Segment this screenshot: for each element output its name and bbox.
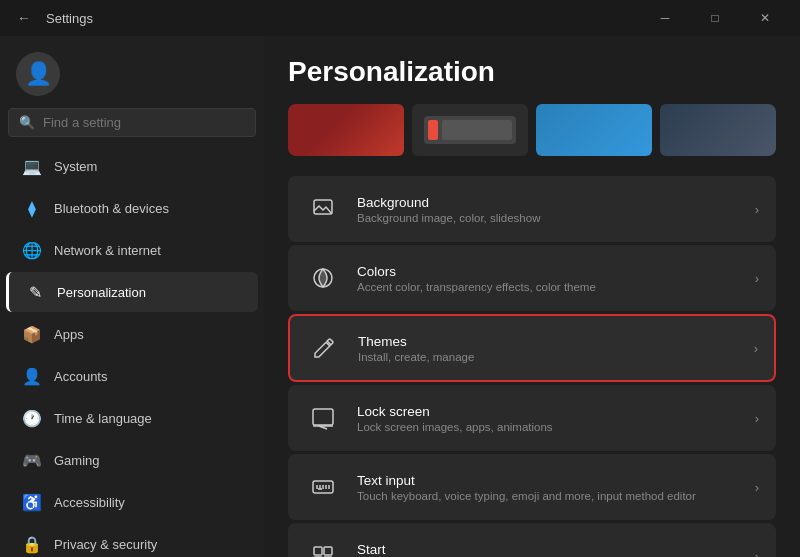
sidebar-item-time[interactable]: 🕐 Time & language — [6, 398, 258, 438]
chevron-right-icon: › — [754, 341, 758, 356]
page-title: Personalization — [288, 56, 776, 88]
chevron-right-icon: › — [755, 411, 759, 426]
titlebar: ← Settings ─ □ ✕ — [0, 0, 800, 36]
settings-item-content: Colors Accent color, transparency effect… — [357, 264, 739, 293]
sidebar-item-label: Network & internet — [54, 243, 161, 258]
chevron-right-icon: › — [755, 271, 759, 286]
search-box[interactable]: 🔍 — [8, 108, 256, 137]
network-icon: 🌐 — [22, 240, 42, 260]
sidebar-item-accounts[interactable]: 👤 Accounts — [6, 356, 258, 396]
settings-item-desc: Touch keyboard, voice typing, emoji and … — [357, 490, 739, 502]
accounts-icon: 👤 — [22, 366, 42, 386]
lock-screen-icon — [305, 400, 341, 436]
sidebar: 👤 🔍 💻 System ⧫ Bluetooth & devices 🌐 Net… — [0, 36, 264, 557]
user-section: 👤 — [0, 36, 264, 108]
settings-window: ← Settings ─ □ ✕ 👤 🔍 💻 System — [0, 0, 800, 557]
sidebar-item-label: Accounts — [54, 369, 107, 384]
svg-rect-12 — [314, 547, 322, 555]
settings-item-content: Lock screen Lock screen images, apps, an… — [357, 404, 739, 433]
sidebar-item-accessibility[interactable]: ♿ Accessibility — [6, 482, 258, 522]
privacy-icon: 🔒 — [22, 534, 42, 554]
settings-item-content: Text input Touch keyboard, voice typing,… — [357, 473, 739, 502]
window-controls: ─ □ ✕ — [642, 3, 788, 33]
settings-item-title: Start — [357, 542, 739, 557]
close-button[interactable]: ✕ — [742, 3, 788, 33]
settings-item-desc: Background image, color, slideshow — [357, 212, 739, 224]
sidebar-item-network[interactable]: 🌐 Network & internet — [6, 230, 258, 270]
minimize-button[interactable]: ─ — [642, 3, 688, 33]
back-button[interactable]: ← — [12, 6, 36, 30]
apps-icon: 📦 — [22, 324, 42, 344]
settings-item-title: Text input — [357, 473, 739, 488]
settings-item-themes[interactable]: Themes Install, create, manage › — [288, 314, 776, 382]
time-icon: 🕐 — [22, 408, 42, 428]
sidebar-item-gaming[interactable]: 🎮 Gaming — [6, 440, 258, 480]
titlebar-title: Settings — [46, 11, 93, 26]
system-icon: 💻 — [22, 156, 42, 176]
sidebar-item-label: Time & language — [54, 411, 152, 426]
search-icon: 🔍 — [19, 115, 35, 130]
settings-item-desc: Accent color, transparency effects, colo… — [357, 281, 739, 293]
sidebar-item-system[interactable]: 💻 System — [6, 146, 258, 186]
sidebar-item-label: Privacy & security — [54, 537, 157, 552]
text-input-icon — [305, 469, 341, 505]
main-content: 👤 🔍 💻 System ⧫ Bluetooth & devices 🌐 Net… — [0, 36, 800, 557]
svg-rect-2 — [313, 409, 333, 425]
theme-preview-dark[interactable] — [288, 104, 404, 156]
sidebar-item-personalization[interactable]: ✎ Personalization — [6, 272, 258, 312]
themes-icon — [306, 330, 342, 366]
avatar: 👤 — [16, 52, 60, 96]
settings-item-content: Start Recent apps and items, folders — [357, 542, 739, 558]
sidebar-item-label: Personalization — [57, 285, 146, 300]
sidebar-item-label: Gaming — [54, 453, 100, 468]
titlebar-left: ← Settings — [12, 6, 93, 30]
settings-item-background[interactable]: Background Background image, color, slid… — [288, 176, 776, 242]
background-icon — [305, 191, 341, 227]
sidebar-item-label: Apps — [54, 327, 84, 342]
sidebar-item-apps[interactable]: 📦 Apps — [6, 314, 258, 354]
settings-item-title: Themes — [358, 334, 738, 349]
gaming-icon: 🎮 — [22, 450, 42, 470]
theme-preview-dark2[interactable] — [660, 104, 776, 156]
svg-rect-13 — [324, 547, 332, 555]
bluetooth-icon: ⧫ — [22, 198, 42, 218]
colors-icon — [305, 260, 341, 296]
personalization-icon: ✎ — [25, 282, 45, 302]
settings-item-title: Background — [357, 195, 739, 210]
settings-item-colors[interactable]: Colors Accent color, transparency effect… — [288, 245, 776, 311]
theme-preview-light[interactable] — [412, 104, 528, 156]
chevron-right-icon: › — [755, 480, 759, 495]
settings-item-text-input[interactable]: Text input Touch keyboard, voice typing,… — [288, 454, 776, 520]
sidebar-item-label: Accessibility — [54, 495, 125, 510]
start-icon — [305, 538, 341, 557]
search-input[interactable] — [43, 115, 245, 130]
sidebar-item-privacy[interactable]: 🔒 Privacy & security — [6, 524, 258, 557]
theme-preview[interactable] — [288, 104, 776, 156]
sidebar-item-label: Bluetooth & devices — [54, 201, 169, 216]
settings-item-start[interactable]: Start Recent apps and items, folders › — [288, 523, 776, 557]
accessibility-icon: ♿ — [22, 492, 42, 512]
settings-item-title: Colors — [357, 264, 739, 279]
theme-preview-blue[interactable] — [536, 104, 652, 156]
settings-item-title: Lock screen — [357, 404, 739, 419]
main-panel: Personalization — [264, 36, 800, 557]
settings-item-desc: Install, create, manage — [358, 351, 738, 363]
sidebar-item-bluetooth[interactable]: ⧫ Bluetooth & devices — [6, 188, 258, 228]
chevron-right-icon: › — [755, 549, 759, 558]
maximize-button[interactable]: □ — [692, 3, 738, 33]
settings-item-content: Themes Install, create, manage — [358, 334, 738, 363]
settings-item-lock-screen[interactable]: Lock screen Lock screen images, apps, an… — [288, 385, 776, 451]
sidebar-item-label: System — [54, 159, 97, 174]
settings-item-desc: Lock screen images, apps, animations — [357, 421, 739, 433]
chevron-right-icon: › — [755, 202, 759, 217]
settings-item-content: Background Background image, color, slid… — [357, 195, 739, 224]
